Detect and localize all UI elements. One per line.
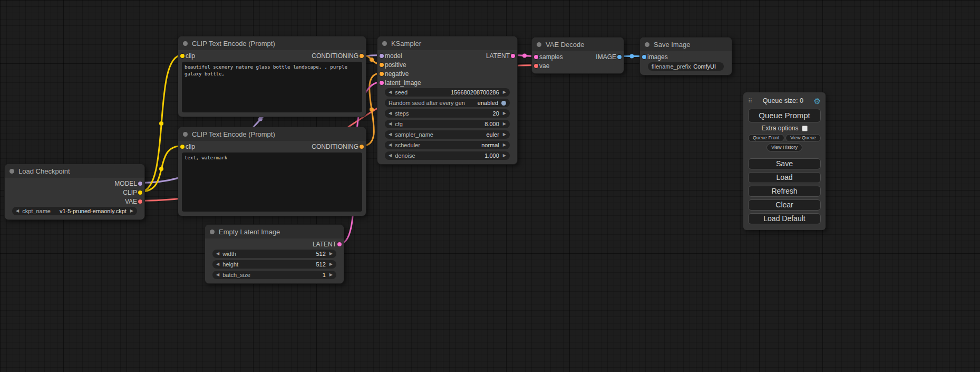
collapse-dot-icon[interactable]: [537, 42, 541, 47]
input-socket-positive[interactable]: [380, 63, 384, 67]
input-socket-clip[interactable]: [180, 54, 185, 58]
link-clip-negative: [140, 146, 182, 192]
input-socket-negative[interactable]: [380, 72, 384, 76]
widget-denoise[interactable]: ◀ denoise 1.000 ▶: [385, 151, 510, 160]
input-label-clip: clip: [186, 143, 195, 150]
increment-arrow-icon[interactable]: ▶: [503, 122, 506, 126]
settings-gear-icon[interactable]: ⚙: [814, 97, 821, 105]
drag-handle-icon[interactable]: ⠿: [748, 98, 752, 104]
increment-arrow-icon[interactable]: ▶: [329, 252, 333, 256]
collapse-dot-icon[interactable]: [210, 230, 215, 234]
input-label-negative: negative: [385, 70, 409, 78]
output-socket-vae[interactable]: [138, 199, 142, 204]
increment-arrow-icon[interactable]: ▶: [503, 154, 506, 158]
output-socket-conditioning[interactable]: [360, 54, 364, 58]
widget-sampler-name[interactable]: ◀ sampler_name euler ▶: [385, 130, 510, 139]
load-default-button[interactable]: Load Default: [748, 213, 821, 224]
queue-front-button[interactable]: Queue Front: [748, 134, 784, 142]
output-socket-conditioning[interactable]: [360, 145, 364, 149]
widget-batch-size[interactable]: ◀ batch_size 1 ▶: [212, 271, 336, 279]
node-save-image[interactable]: Save Image images filename_prefix ComfyU…: [639, 37, 732, 75]
collapse-dot-icon[interactable]: [183, 132, 188, 137]
increment-arrow-icon[interactable]: ▶: [130, 209, 133, 213]
increment-arrow-icon[interactable]: ▶: [329, 262, 333, 266]
widget-steps[interactable]: ◀ steps 20 ▶: [385, 109, 510, 118]
widget-cfg[interactable]: ◀ cfg 8.000 ▶: [385, 120, 510, 128]
output-socket-model[interactable]: [138, 182, 142, 186]
widget-ckpt-name[interactable]: ◀ ckpt_name v1-5-pruned-emaonly.ckpt ▶: [12, 207, 137, 215]
input-socket-vae[interactable]: [534, 64, 538, 68]
slot-row: LATENT: [205, 240, 344, 249]
input-socket-model[interactable]: [380, 54, 384, 58]
decrement-arrow-icon[interactable]: ◀: [216, 273, 219, 277]
node-title-bar[interactable]: KSampler: [377, 36, 517, 50]
collapse-dot-icon[interactable]: [183, 41, 188, 46]
increment-arrow-icon[interactable]: ▶: [503, 90, 506, 94]
input-socket-images[interactable]: [642, 55, 646, 59]
clear-button[interactable]: Clear: [748, 199, 821, 211]
increment-arrow-icon[interactable]: ▶: [503, 132, 506, 137]
decrement-arrow-icon[interactable]: ◀: [16, 209, 19, 213]
widget-random-seed-toggle[interactable]: Random seed after every gen enabled: [385, 99, 510, 107]
refresh-button[interactable]: Refresh: [748, 186, 821, 197]
widget-label: filename_prefix: [652, 63, 691, 70]
output-socket-image[interactable]: [617, 55, 622, 59]
node-title-bar[interactable]: VAE Decode: [532, 37, 624, 51]
collapse-dot-icon[interactable]: [9, 169, 14, 174]
output-socket-latent[interactable]: [337, 242, 342, 246]
widget-value: 1: [323, 272, 326, 278]
input-label-model: model: [385, 52, 402, 60]
node-title-bar[interactable]: Empty Latent Image: [205, 225, 344, 239]
node-ksampler[interactable]: KSampler model LATENT positive negative …: [377, 36, 518, 165]
widget-scheduler[interactable]: ◀ scheduler normal ▶: [385, 141, 510, 149]
node-load-checkpoint[interactable]: Load Checkpoint MODEL CLIP VAE ◀ ckpt_na…: [4, 164, 145, 220]
save-button[interactable]: Save: [748, 158, 821, 169]
output-label-clip: CLIP: [123, 189, 137, 196]
decrement-arrow-icon[interactable]: ◀: [389, 154, 392, 158]
collapse-dot-icon[interactable]: [645, 42, 649, 47]
view-history-button[interactable]: View History: [766, 144, 802, 151]
node-vae-decode[interactable]: VAE Decode samples IMAGE vae: [531, 37, 624, 74]
node-graph-canvas[interactable]: Load Checkpoint MODEL CLIP VAE ◀ ckpt_na…: [0, 0, 980, 372]
extra-options-checkbox[interactable]: [802, 126, 808, 131]
input-label-samples: samples: [539, 53, 563, 61]
node-title-bar[interactable]: Save Image: [640, 37, 732, 51]
output-socket-latent[interactable]: [511, 54, 515, 58]
node-title-bar[interactable]: CLIP Text Encode (Prompt): [178, 36, 366, 50]
collapse-dot-icon[interactable]: [382, 41, 387, 46]
widget-label: height: [222, 261, 238, 268]
widget-height[interactable]: ◀ height 512 ▶: [212, 260, 336, 269]
prompt-textarea[interactable]: beautiful scenery nature glass bottle la…: [182, 62, 362, 112]
output-socket-clip[interactable]: [138, 190, 142, 195]
node-title-bar[interactable]: CLIP Text Encode (Prompt): [178, 127, 366, 141]
widget-seed[interactable]: ◀ seed 156680208700286 ▶: [385, 88, 510, 97]
link-dot-clip-negative: [159, 167, 163, 171]
load-button[interactable]: Load: [748, 172, 821, 183]
decrement-arrow-icon[interactable]: ◀: [389, 90, 392, 94]
node-empty-latent-image[interactable]: Empty Latent Image LATENT ◀ width 512 ▶ …: [205, 224, 344, 284]
toggle-knob-icon[interactable]: [501, 101, 506, 106]
prompt-textarea[interactable]: text, watermark: [182, 152, 362, 212]
increment-arrow-icon[interactable]: ▶: [329, 273, 333, 277]
widget-value: ComfyUI: [693, 63, 720, 70]
widget-filename-prefix[interactable]: filename_prefix ComfyUI: [648, 62, 724, 71]
increment-arrow-icon[interactable]: ▶: [503, 111, 506, 116]
view-queue-button[interactable]: View Queue: [785, 134, 821, 142]
input-socket-latent-image[interactable]: [380, 81, 384, 85]
decrement-arrow-icon[interactable]: ◀: [216, 262, 219, 266]
node-title-bar[interactable]: Load Checkpoint: [5, 164, 144, 178]
input-socket-samples[interactable]: [534, 55, 538, 59]
node-clip-text-encode-negative[interactable]: CLIP Text Encode (Prompt) clip CONDITION…: [178, 127, 366, 216]
decrement-arrow-icon[interactable]: ◀: [216, 252, 219, 256]
decrement-arrow-icon[interactable]: ◀: [389, 132, 392, 137]
decrement-arrow-icon[interactable]: ◀: [389, 122, 392, 126]
input-socket-clip[interactable]: [180, 145, 185, 149]
extra-options-row: Extra options: [748, 125, 821, 132]
increment-arrow-icon[interactable]: ▶: [503, 143, 506, 147]
queue-prompt-button[interactable]: Queue Prompt: [748, 109, 821, 122]
comfy-menu[interactable]: ⠿ Queue size: 0 ⚙ Queue Prompt Extra opt…: [743, 92, 826, 230]
decrement-arrow-icon[interactable]: ◀: [389, 143, 392, 147]
node-clip-text-encode-positive[interactable]: CLIP Text Encode (Prompt) clip CONDITION…: [178, 36, 366, 117]
widget-width[interactable]: ◀ width 512 ▶: [212, 250, 336, 258]
decrement-arrow-icon[interactable]: ◀: [389, 111, 392, 116]
